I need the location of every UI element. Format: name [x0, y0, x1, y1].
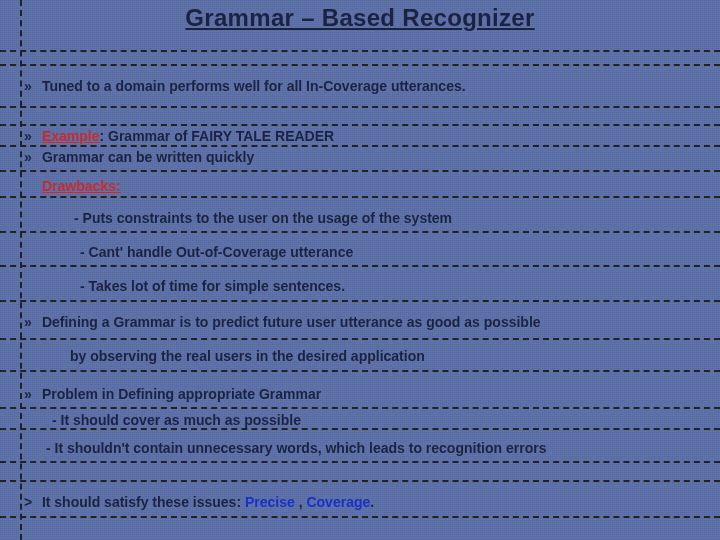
- divider: [0, 338, 720, 340]
- divider: [0, 407, 720, 409]
- keyword-coverage: Coverage: [306, 494, 370, 510]
- bullet-glyph: »: [24, 149, 38, 166]
- bullet-glyph: »: [24, 314, 38, 331]
- text: : Grammar of FAIRY TALE READER: [99, 128, 334, 144]
- slide: Grammar – Based Recognizer » Tuned to a …: [0, 0, 720, 540]
- text: .: [370, 494, 374, 510]
- text: - Takes lot of time for simple sentences…: [80, 278, 345, 294]
- example-label: Example: [42, 128, 100, 144]
- text: It should satisfy these issues:: [42, 494, 245, 510]
- slide-title: Grammar – Based Recognizer: [0, 4, 720, 32]
- bullet-glyph: »: [24, 128, 38, 145]
- text: - Puts constraints to the user on the us…: [74, 210, 452, 226]
- bullet-line: » Defining a Grammar is to predict futur…: [24, 314, 710, 331]
- text: - It shouldn't contain unnecessary words…: [46, 440, 546, 456]
- divider: [0, 145, 720, 147]
- bullet-line: » Example: Grammar of FAIRY TALE READER: [24, 128, 710, 145]
- divider: [0, 461, 720, 463]
- divider: [0, 64, 720, 66]
- divider: [0, 516, 720, 518]
- bullet-line: » Grammar can be written quickly: [24, 149, 710, 166]
- text: Grammar can be written quickly: [42, 149, 254, 165]
- text: - Cant' handle Out-of-Coverage utterance: [80, 244, 353, 260]
- divider: [0, 170, 720, 172]
- divider: [0, 124, 720, 126]
- text: - It should cover as much as possible: [52, 412, 301, 428]
- text: Tuned to a domain performs well for all …: [42, 78, 466, 94]
- gt-glyph: >: [24, 494, 38, 511]
- bullet-glyph: »: [24, 78, 38, 95]
- text: Defining a Grammar is to predict future …: [42, 314, 541, 330]
- sub-bullet: - Puts constraints to the user on the us…: [24, 210, 710, 227]
- keyword-precise: Precise: [245, 494, 295, 510]
- divider: [0, 300, 720, 302]
- divider: [0, 106, 720, 108]
- divider: [0, 265, 720, 267]
- bullet-line: » Problem in Defining appropriate Gramma…: [24, 386, 710, 403]
- bullet-line: > It should satisfy these issues: Precis…: [24, 494, 710, 511]
- drawbacks-label: Drawbacks:: [24, 178, 710, 195]
- left-dashed-border: [20, 0, 22, 540]
- bullet-glyph: »: [24, 386, 38, 403]
- sub-bullet: - It shouldn't contain unnecessary words…: [24, 440, 710, 457]
- text: Drawbacks:: [42, 178, 121, 194]
- divider: [0, 196, 720, 198]
- sub-bullet: - Cant' handle Out-of-Coverage utterance: [24, 244, 710, 261]
- text: by observing the real users in the desir…: [70, 348, 425, 364]
- divider: [0, 370, 720, 372]
- sub-bullet: - It should cover as much as possible: [24, 412, 710, 429]
- divider: [0, 480, 720, 482]
- continuation-line: by observing the real users in the desir…: [24, 348, 710, 365]
- text: ,: [295, 494, 307, 510]
- bullet-line: » Tuned to a domain performs well for al…: [24, 78, 710, 95]
- sub-bullet: - Takes lot of time for simple sentences…: [24, 278, 710, 295]
- divider: [0, 231, 720, 233]
- divider: [0, 50, 720, 52]
- text: Problem in Defining appropriate Grammar: [42, 386, 321, 402]
